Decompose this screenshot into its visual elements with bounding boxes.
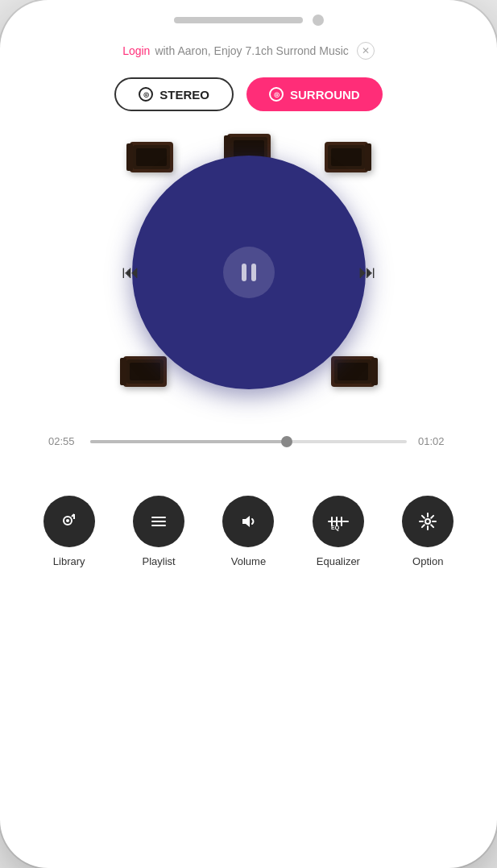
nav-item-option[interactable]: Option — [402, 496, 454, 567]
surround-button[interactable]: ◎ SURROUND — [246, 77, 383, 111]
svg-point-36 — [425, 519, 430, 524]
speaker-top-left — [126, 137, 176, 179]
prev-button[interactable]: ⏮ — [122, 262, 139, 283]
svg-rect-18 — [338, 363, 368, 380]
login-message: with Aaron, Enjoy 7.1ch Surrond Music — [155, 44, 348, 57]
svg-rect-10 — [331, 148, 362, 166]
status-bar-notch — [174, 17, 303, 23]
pause-bar-right — [251, 264, 256, 281]
surround-icon: ◎ — [269, 87, 284, 102]
progress-fill — [90, 440, 287, 443]
svg-rect-2 — [136, 148, 167, 166]
nav-item-volume[interactable]: Volume — [222, 496, 274, 567]
volume-label: Volume — [231, 555, 266, 567]
playlist-label: Playlist — [142, 555, 175, 567]
library-icon-circle — [43, 496, 95, 547]
svg-marker-27 — [242, 516, 250, 527]
equalizer-icon-circle: EQ — [313, 496, 364, 547]
login-banner: Login with Aaron, Enjoy 7.1ch Surrond Mu… — [122, 42, 375, 60]
library-icon — [59, 511, 80, 532]
login-link[interactable]: Login — [122, 44, 150, 57]
phone-frame: Login with Aaron, Enjoy 7.1ch Surrond Mu… — [0, 0, 497, 868]
svg-rect-14 — [130, 363, 160, 380]
svg-rect-3 — [126, 143, 133, 171]
playlist-icon — [148, 511, 169, 532]
status-bar-dot — [313, 15, 324, 26]
nav-item-playlist[interactable]: Playlist — [133, 496, 184, 567]
stereo-button[interactable]: ◎ STEREO — [114, 77, 234, 111]
time-elapsed: 02:55 — [48, 435, 79, 447]
speaker-bottom-right — [328, 351, 378, 393]
pause-button[interactable] — [223, 247, 275, 298]
status-bar — [0, 0, 497, 34]
pause-bar-left — [242, 264, 246, 281]
volume-icon-circle — [222, 496, 274, 547]
svg-rect-15 — [120, 358, 126, 385]
progress-track[interactable] — [90, 440, 407, 443]
mode-buttons: ◎ STEREO ◎ SURROUND — [114, 77, 382, 111]
svg-point-21 — [66, 519, 69, 522]
option-icon — [417, 511, 438, 532]
surround-container: ⏮ ⏭ — [112, 135, 386, 409]
svg-rect-11 — [365, 143, 371, 171]
progress-section: 02:55 01:02 — [0, 435, 497, 447]
equalizer-icon: EQ — [326, 511, 350, 532]
stereo-icon: ◎ — [139, 87, 153, 102]
svg-text:EQ: EQ — [331, 525, 340, 531]
progress-thumb[interactable] — [281, 436, 292, 447]
speaker-bottom-left — [120, 351, 170, 393]
nav-item-equalizer[interactable]: EQ Equalizer — [313, 496, 364, 567]
main-disc — [132, 156, 366, 389]
next-button[interactable]: ⏭ — [358, 262, 376, 283]
bottom-nav: Library Playlist Volume — [0, 471, 497, 567]
library-label: Library — [53, 555, 85, 567]
volume-icon — [238, 511, 259, 532]
svg-rect-19 — [371, 358, 378, 385]
playlist-icon-circle — [133, 496, 184, 547]
surround-label: SURROUND — [290, 88, 360, 102]
speaker-top-right — [321, 137, 371, 179]
option-icon-circle — [402, 496, 454, 547]
time-remaining: 01:02 — [418, 435, 449, 447]
stereo-label: STEREO — [159, 88, 209, 102]
close-banner-button[interactable]: ✕ — [357, 42, 375, 60]
option-label: Option — [412, 555, 443, 567]
equalizer-label: Equalizer — [317, 555, 360, 567]
nav-item-library[interactable]: Library — [43, 496, 95, 567]
